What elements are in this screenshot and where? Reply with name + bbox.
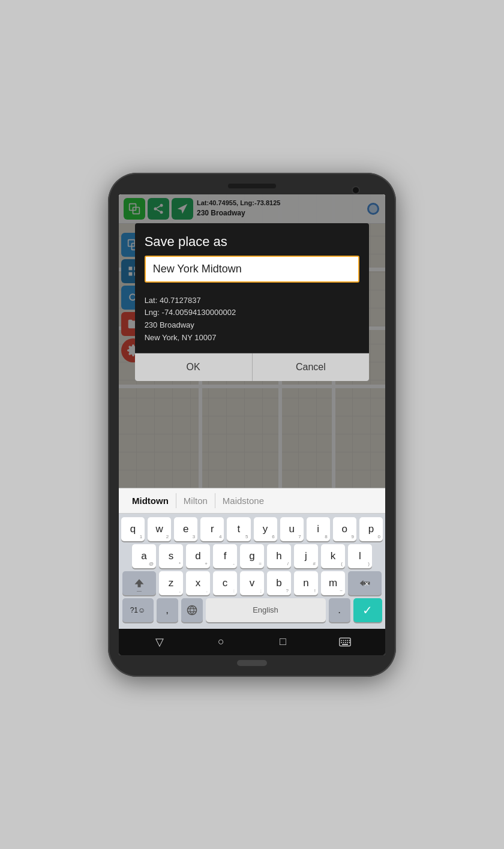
- key-b[interactable]: b?: [267, 571, 291, 595]
- key-p[interactable]: p0: [359, 517, 383, 541]
- save-place-dialog: Save place as Lat: 40.7127837 Lng: -74.0…: [135, 223, 370, 381]
- svg-rect-25: [347, 640, 348, 641]
- dialog-title: Save place as: [135, 223, 370, 256]
- key-i[interactable]: i8: [307, 517, 330, 541]
- dialog-buttons: OK Cancel: [135, 353, 370, 381]
- key-a[interactable]: a@: [132, 544, 156, 568]
- key-u[interactable]: u7: [280, 517, 304, 541]
- backspace-key[interactable]: [348, 571, 382, 595]
- key-k[interactable]: k(: [321, 544, 345, 568]
- key-l[interactable]: l): [348, 544, 372, 568]
- autocomplete-bar: Midtown Milton Maidstone: [119, 488, 385, 514]
- key-w[interactable]: w2: [148, 517, 171, 541]
- dialog-input-wrap: [135, 256, 370, 290]
- key-z[interactable]: z,: [159, 571, 183, 595]
- period-key[interactable]: .: [329, 598, 350, 622]
- keyboard-row-4: ?1☺ , English . ✓: [121, 598, 383, 622]
- dialog-info: Lat: 40.7127837 Lng: -74.00594130000002 …: [135, 290, 370, 353]
- key-g[interactable]: g=: [240, 544, 264, 568]
- key-r[interactable]: r4: [200, 517, 224, 541]
- enter-key[interactable]: ✓: [353, 598, 382, 622]
- keyboard-row-1: q1 w2 e3 r4 t5 y6 u7 i8 o9 p0: [121, 517, 383, 541]
- key-y[interactable]: y6: [254, 517, 277, 541]
- back-button[interactable]: ▽: [149, 631, 170, 653]
- dialog-cancel-button[interactable]: Cancel: [253, 353, 370, 381]
- dialog-lat: Lat: 40.7127837: [145, 295, 360, 307]
- key-o[interactable]: o9: [333, 517, 356, 541]
- globe-key[interactable]: [181, 598, 203, 622]
- svg-rect-27: [341, 642, 342, 643]
- key-e[interactable]: e3: [174, 517, 197, 541]
- keyboard-row-3: — z, x. c: v; b? n! m~: [121, 571, 383, 595]
- keyboard-section: Midtown Milton Maidstone q1 w2 e3 r4 t5 …: [119, 488, 385, 629]
- svg-rect-31: [349, 642, 350, 643]
- key-h[interactable]: h/: [267, 544, 291, 568]
- keyboard-rows: q1 w2 e3 r4 t5 y6 u7 i8 o9 p0 a@ s* d+ f…: [119, 514, 385, 629]
- key-v[interactable]: v;: [240, 571, 264, 595]
- key-j[interactable]: j#: [294, 544, 318, 568]
- svg-point-18: [187, 605, 196, 614]
- home-button[interactable]: ○: [211, 631, 232, 653]
- svg-rect-28: [343, 642, 344, 643]
- phone-camera: [352, 186, 360, 194]
- phone-screen: Lat:40.74955, Lng:-73.8125 230 Broadway: [119, 194, 385, 655]
- dialog-overlay: Save place as Lat: 40.7127837 Lng: -74.0…: [119, 194, 385, 488]
- key-t[interactable]: t5: [227, 517, 250, 541]
- comma-key[interactable]: ,: [157, 598, 178, 622]
- dialog-ok-button[interactable]: OK: [135, 353, 253, 381]
- autocomplete-word-3[interactable]: Maidstone: [215, 493, 271, 508]
- key-m[interactable]: m~: [321, 571, 345, 595]
- keyboard-button[interactable]: [334, 631, 356, 653]
- navigation-bar: ▽ ○ □: [119, 629, 385, 655]
- dialog-street: 230 Broadway: [145, 319, 360, 332]
- autocomplete-word-2[interactable]: Milton: [176, 493, 215, 508]
- key-d[interactable]: d+: [186, 544, 210, 568]
- svg-rect-22: [341, 640, 342, 641]
- phone-speaker: [228, 184, 276, 188]
- autocomplete-word-1[interactable]: Midtown: [125, 493, 176, 508]
- dialog-lng: Lng: -74.00594130000002: [145, 307, 360, 319]
- svg-rect-23: [343, 640, 344, 641]
- key-c[interactable]: c:: [213, 571, 237, 595]
- svg-rect-24: [345, 640, 346, 641]
- key-s[interactable]: s*: [159, 544, 183, 568]
- key-q[interactable]: q1: [121, 517, 145, 541]
- key-x[interactable]: x.: [186, 571, 210, 595]
- recents-button[interactable]: □: [272, 631, 294, 653]
- svg-rect-29: [345, 642, 346, 643]
- key-f[interactable]: f-: [213, 544, 237, 568]
- shift-key[interactable]: —: [122, 571, 156, 595]
- dialog-city: New York, NY 10007: [145, 332, 360, 344]
- key-n[interactable]: n!: [294, 571, 318, 595]
- svg-rect-30: [347, 642, 348, 643]
- phone-home-button: [237, 660, 267, 666]
- symbols-key[interactable]: ?1☺: [122, 598, 154, 622]
- svg-rect-32: [342, 644, 348, 645]
- keyboard-row-2: a@ s* d+ f- g= h/ j# k( l): [121, 544, 383, 568]
- place-name-input[interactable]: [145, 256, 360, 283]
- svg-rect-26: [349, 640, 350, 641]
- space-key[interactable]: English: [206, 598, 326, 622]
- phone-device: Lat:40.74955, Lng:-73.8125 230 Broadway: [108, 173, 396, 677]
- map-area[interactable]: Lat:40.74955, Lng:-73.8125 230 Broadway: [119, 194, 385, 488]
